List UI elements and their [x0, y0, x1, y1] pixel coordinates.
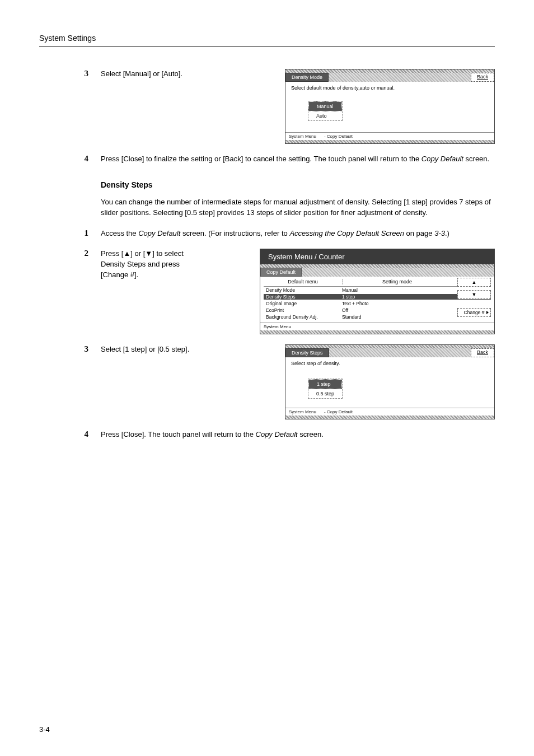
crumb-system-menu: System Menu — [289, 134, 316, 139]
density-steps-panel: Density Steps Back Select step of densit… — [285, 344, 495, 419]
col-setting-mode: Setting mode — [343, 279, 452, 284]
up-button[interactable]: ▲ — [457, 278, 491, 287]
back-button[interactable]: Back — [471, 348, 494, 357]
density-steps-options: 1 step 0.5 step — [308, 379, 343, 399]
col-default-menu: Default menu — [264, 279, 342, 284]
change-button[interactable]: Change # — [457, 308, 491, 317]
step-3a-text: Select [Manual] or [Auto]. — [101, 69, 207, 80]
copy-default-chip: Copy Default — [260, 268, 302, 277]
density-steps-instr: Select step of density. — [291, 361, 489, 366]
option-auto[interactable]: Auto — [308, 111, 342, 120]
back-button[interactable]: Back — [471, 73, 494, 82]
density-mode-panel: Density Mode Back Select default mode of… — [285, 69, 495, 144]
step-1b-row: 1 Access the Copy Default screen. (For i… — [39, 228, 495, 239]
density-mode-title: Density Mode — [285, 73, 329, 82]
step-4b-row: 4 Press [Close]. The touch panel will re… — [39, 430, 495, 440]
sys-menu-title: System Menu / Counter — [260, 249, 494, 264]
step-4a-row: 4 Press [Close] to finalize the setting … — [39, 154, 495, 165]
step-2b-row: 2 Press [▲] or [▼] to select Density Ste… — [39, 249, 495, 334]
step-4a-text: Press [Close] to finalize the setting or… — [101, 154, 495, 165]
step-2b-text: Press [▲] or [▼] to select Density Steps… — [101, 249, 207, 281]
density-mode-instr: Select default mode of density,auto or m… — [291, 85, 489, 91]
density-steps-title: Density Steps — [285, 348, 329, 357]
page-header: System Settings — [39, 34, 495, 46]
crumb-copy-default: - Copy Default — [324, 134, 353, 139]
option-manual[interactable]: Manual — [308, 101, 342, 111]
density-steps-heading: Density Steps — [101, 180, 495, 189]
step-1b-num: 1 — [39, 228, 101, 238]
option-1step[interactable]: 1 step — [308, 379, 342, 389]
step-3a-num: 3 — [39, 69, 101, 78]
step-3a-row: 3 Select [Manual] or [Auto]. Density Mod… — [39, 69, 495, 144]
copy-default-panel: System Menu / Counter Copy Default Defau… — [260, 249, 495, 334]
header-title: System Settings — [39, 34, 96, 43]
step-3b-num: 3 — [39, 344, 101, 354]
step-3b-text: Select [1 step] or [0.5 step]. — [101, 344, 207, 355]
step-3b-row: 3 Select [1 step] or [0.5 step]. Density… — [39, 344, 495, 419]
density-steps-desc: You can change the number of intermediat… — [101, 197, 495, 218]
crumb-copy-default: - Copy Default — [324, 409, 353, 414]
option-05step[interactable]: 0.5 step — [308, 389, 342, 398]
step-2b-num: 2 — [39, 249, 101, 258]
sys-bottom-crumb: System Menu — [260, 323, 494, 330]
step-4b-num: 4 — [39, 430, 101, 439]
density-mode-options: Manual Auto — [308, 101, 343, 121]
step-4b-text: Press [Close]. The touch panel will retu… — [101, 430, 495, 440]
down-button[interactable]: ▼ — [457, 290, 491, 299]
crumb-system-menu: System Menu — [289, 409, 316, 414]
step-4a-num: 4 — [39, 154, 101, 164]
step-1b-text: Access the Copy Default screen. (For ins… — [101, 228, 495, 239]
page-number: 3-4 — [39, 725, 50, 734]
